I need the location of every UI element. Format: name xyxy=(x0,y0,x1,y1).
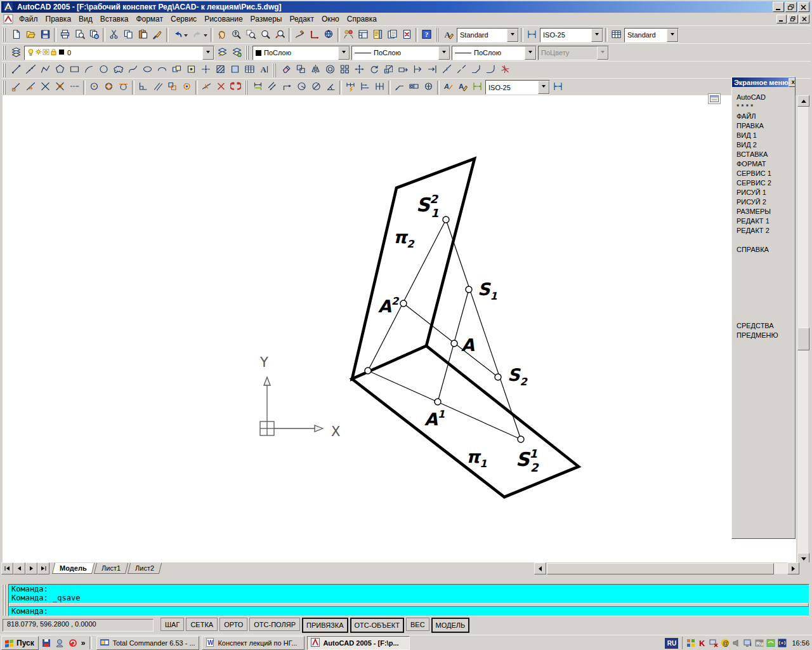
construction-line-button[interactable] xyxy=(23,63,38,78)
taskbar-task-2[interactable]: WКонспект лекций по НГ... xyxy=(202,636,304,650)
prev-tab-button[interactable] xyxy=(13,562,25,574)
line-button[interactable] xyxy=(9,63,23,78)
quicklaunch-messenger-icon[interactable] xyxy=(55,638,65,649)
screen-menu-item-сервис-1[interactable]: СЕРВИС 1 xyxy=(737,169,795,179)
polyline-button[interactable] xyxy=(38,63,53,78)
dim-angular-button[interactable] xyxy=(324,80,338,95)
screen-menu-item-редакт-2[interactable]: РЕДАКТ 2 xyxy=(737,227,795,236)
zoom-previous-button[interactable] xyxy=(273,27,287,43)
screen-menu-item-правка[interactable]: ПРАВКА xyxy=(737,122,795,131)
text-style-dropdown[interactable]: Standard xyxy=(457,28,519,43)
first-tab-button[interactable] xyxy=(1,562,13,574)
horizontal-scroll-thumb[interactable] xyxy=(547,563,774,574)
point-button[interactable] xyxy=(199,63,213,78)
redo-button[interactable] xyxy=(190,27,209,43)
sketch-button[interactable] xyxy=(292,27,307,43)
tray-ru-lang-icon[interactable]: Ru xyxy=(754,638,764,648)
publish-button[interactable] xyxy=(87,27,102,43)
new-file-button[interactable] xyxy=(9,27,23,43)
command-history[interactable]: Команда:Команда: _qsave xyxy=(9,585,809,603)
array-button[interactable] xyxy=(337,63,352,78)
tolerance-button[interactable] xyxy=(407,80,421,95)
menu-item-5[interactable]: Формат xyxy=(132,13,167,25)
paste-button[interactable] xyxy=(136,27,150,43)
dim-text-edit-button[interactable]: A xyxy=(455,80,470,95)
screen-menu-titlebar[interactable]: Экранное меню x xyxy=(732,77,795,87)
toolbar-grip[interactable] xyxy=(3,81,7,95)
layer-properties-button[interactable] xyxy=(9,45,23,60)
layout-tab-модель[interactable]: Модель xyxy=(52,563,95,574)
erase-button[interactable] xyxy=(279,63,294,78)
screen-menu-item--[interactable]: * * * * xyxy=(737,103,795,112)
snap-center-button[interactable] xyxy=(87,80,102,95)
dim-baseline-button[interactable] xyxy=(358,80,372,95)
dim-radius-button[interactable] xyxy=(294,80,309,95)
aerial-view-button[interactable] xyxy=(322,27,336,43)
screen-menu-item-файл[interactable]: ФАЙЛ xyxy=(737,112,795,122)
screen-menu-item-редакт-1[interactable]: РЕДАКТ 1 xyxy=(737,217,795,227)
layer-states-button[interactable] xyxy=(230,45,244,60)
layout-tab-лист1[interactable]: Лист1 xyxy=(93,563,128,574)
menu-item-4[interactable]: Вставка xyxy=(96,13,133,25)
break-button[interactable] xyxy=(454,63,469,78)
ellipse-arc-button[interactable] xyxy=(155,63,169,78)
menu-item-11[interactable]: Справка xyxy=(343,13,381,25)
minimize-button[interactable] xyxy=(773,2,784,12)
snap-node-button[interactable] xyxy=(180,80,194,95)
rotate-button[interactable] xyxy=(367,63,381,78)
lineweight-dropdown[interactable]: ПоСлою xyxy=(452,46,537,60)
extend-button[interactable] xyxy=(425,63,440,78)
screen-menu-item-сервис-2[interactable]: СЕРВИС 2 xyxy=(737,179,795,189)
snap-nearest-button[interactable] xyxy=(199,80,214,95)
circle-button[interactable] xyxy=(96,63,111,78)
screen-menu-close-icon[interactable]: x xyxy=(789,78,795,87)
drawing-canvas[interactable]: S21π2A2S1AS2A1π1S12YX xyxy=(3,95,796,563)
menu-item-3[interactable]: Вид xyxy=(75,13,96,25)
child-close-button[interactable] xyxy=(799,15,809,23)
scroll-left-button[interactable] xyxy=(534,562,546,574)
screen-menu-item-вставка[interactable]: ВСТАВКА xyxy=(737,150,795,160)
sheet-set-manager-button[interactable] xyxy=(385,27,400,43)
last-tab-button[interactable] xyxy=(37,562,49,574)
match-properties-button[interactable] xyxy=(150,27,165,43)
fillet-button[interactable] xyxy=(483,63,498,78)
menu-item-9[interactable]: Редакт xyxy=(285,13,317,25)
tray-media-icon[interactable] xyxy=(766,638,776,648)
tray-network-error-icon[interactable] xyxy=(709,638,719,648)
child-restore-button[interactable] xyxy=(788,15,798,23)
taskbar-task-3[interactable]: AutoCAD 2005 - [F:\p... xyxy=(307,636,410,650)
properties-palette-button[interactable] xyxy=(341,27,356,43)
screen-menu-item-вид-2[interactable]: ВИД 2 xyxy=(737,141,795,150)
open-file-button[interactable] xyxy=(23,27,38,43)
trim-button[interactable] xyxy=(410,63,425,78)
screen-menu-item-формат[interactable]: ФОРМАТ xyxy=(737,160,795,169)
screen-menu-item-справка[interactable]: СПРАВКА xyxy=(737,246,795,255)
table-style-button[interactable] xyxy=(609,27,624,43)
menu-item-10[interactable]: Окно xyxy=(318,13,343,25)
copy-object-button[interactable] xyxy=(294,63,308,78)
osnap-settings-button[interactable] xyxy=(228,80,243,95)
tray-at-mail-icon[interactable]: @ xyxy=(720,638,730,648)
explode-button[interactable] xyxy=(498,63,513,78)
status-toggle-отс-поляр[interactable]: ОТС-ПОЛЯР xyxy=(249,618,300,631)
status-toggle-отс-объект[interactable]: ОТС-ОБЪЕКТ xyxy=(350,618,404,633)
dim-aligned-button[interactable] xyxy=(265,80,280,95)
status-toggle-сетка[interactable]: СЕТКА xyxy=(186,618,218,631)
menu-item-2[interactable]: Правка xyxy=(42,13,75,25)
status-toggle-шаг[interactable]: ШАГ xyxy=(160,618,184,631)
drawing-window-icon[interactable] xyxy=(708,93,721,104)
quicklaunch-overflow-chevron[interactable]: » xyxy=(81,639,86,647)
quick-dim-button[interactable] xyxy=(343,80,358,95)
revision-cloud-button[interactable] xyxy=(111,63,126,78)
polygon-button[interactable] xyxy=(53,63,67,78)
toolbar-grip[interactable] xyxy=(435,28,440,42)
dropdown-arrow-icon[interactable] xyxy=(202,46,214,60)
dropdown-arrow-icon[interactable] xyxy=(338,46,350,60)
snap-extension-button[interactable] xyxy=(67,80,82,95)
scroll-up-button[interactable] xyxy=(797,95,809,107)
zoom-window-button[interactable] xyxy=(244,27,258,43)
tray-colorful-grid-icon[interactable] xyxy=(686,638,696,648)
menu-item-1[interactable]: Файл xyxy=(15,13,42,25)
toolbar-grip[interactable] xyxy=(244,81,249,95)
layout-tab-лист2[interactable]: Лист2 xyxy=(128,563,162,574)
